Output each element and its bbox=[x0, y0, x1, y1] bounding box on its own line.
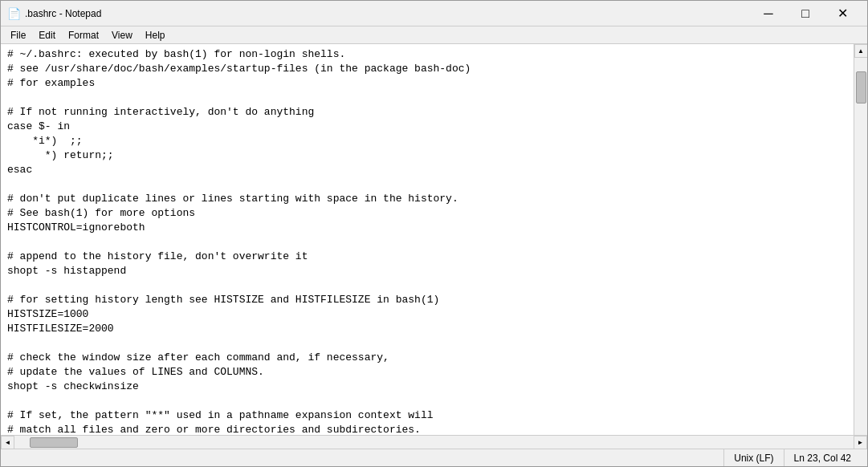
scroll-thumb-h[interactable] bbox=[30, 437, 78, 448]
close-button[interactable]: ✕ bbox=[824, 1, 861, 26]
app-icon: 📄 bbox=[7, 7, 20, 20]
menu-view[interactable]: View bbox=[105, 26, 139, 44]
menu-format[interactable]: Format bbox=[62, 26, 105, 44]
horizontal-scrollbar[interactable]: ◄ ► bbox=[1, 435, 867, 449]
scroll-right-arrow[interactable]: ► bbox=[854, 436, 867, 449]
editor-area: ▲ bbox=[1, 44, 867, 435]
text-editor[interactable] bbox=[1, 44, 854, 435]
window-controls: ─ □ ✕ bbox=[750, 1, 861, 26]
window-title: .bashrc - Notepad bbox=[25, 8, 750, 19]
menu-help[interactable]: Help bbox=[139, 26, 172, 44]
title-bar: 📄 .bashrc - Notepad ─ □ ✕ bbox=[1, 1, 867, 26]
encoding-status: Unix (LF) bbox=[723, 449, 783, 466]
menu-bar: File Edit Format View Help bbox=[1, 26, 867, 44]
minimize-button[interactable]: ─ bbox=[750, 1, 787, 26]
status-bar: Unix (LF) Ln 23, Col 42 bbox=[1, 449, 867, 466]
position-status: Ln 23, Col 42 bbox=[784, 449, 861, 466]
menu-file[interactable]: File bbox=[4, 26, 32, 44]
vertical-scrollbar[interactable]: ▲ bbox=[854, 44, 867, 435]
scroll-left-arrow[interactable]: ◄ bbox=[1, 436, 14, 449]
scroll-thumb-v[interactable] bbox=[856, 71, 866, 104]
scrollbar-h-track bbox=[14, 436, 854, 449]
notepad-window: 📄 .bashrc - Notepad ─ □ ✕ File Edit Form… bbox=[0, 0, 868, 467]
menu-edit[interactable]: Edit bbox=[32, 26, 62, 44]
maximize-button[interactable]: □ bbox=[787, 1, 824, 26]
scroll-up-arrow[interactable]: ▲ bbox=[854, 44, 868, 58]
bottom-area: ◄ ► Unix (LF) Ln 23, Col 42 bbox=[1, 435, 867, 466]
